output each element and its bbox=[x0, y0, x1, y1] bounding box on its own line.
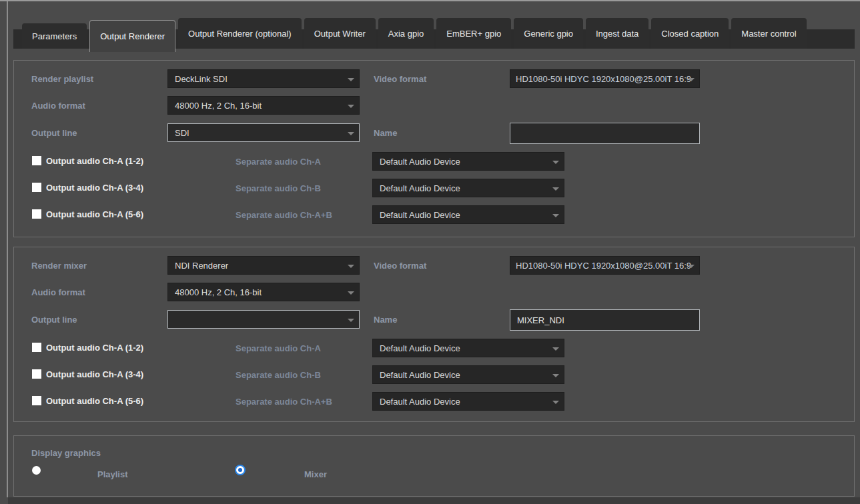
separate-audio-ch-b-value: Default Audio Device bbox=[380, 370, 460, 380]
playlist-radio-label: Playlist bbox=[97, 469, 128, 479]
render-mixer-value: NDI Renderer bbox=[175, 261, 228, 271]
render-playlist-dropdown[interactable]: DeckLink SDI bbox=[167, 69, 360, 88]
video-format-value: HD1080-50i HDYC 1920x1080@25.00iT 16:9 bbox=[516, 74, 691, 84]
separate-audio-ch-b-dropdown[interactable]: Default Audio Device bbox=[372, 365, 564, 384]
dropdown-arrow-icon bbox=[348, 78, 354, 81]
output-line-label: Output line bbox=[31, 128, 77, 138]
tab-ember-gpio[interactable]: EmBER+ gpio bbox=[436, 18, 511, 49]
output-audio-ch-a-3-4-label: Output audio Ch-A (3-4) bbox=[46, 183, 143, 193]
playlist-radio[interactable] bbox=[32, 466, 41, 475]
name-input[interactable] bbox=[510, 309, 700, 331]
separate-audio-ch-b-dropdown[interactable]: Default Audio Device bbox=[372, 179, 564, 197]
video-format-label: Video format bbox=[374, 74, 426, 84]
audio-format-dropdown[interactable]: 48000 Hz, 2 Ch, 16-bit bbox=[167, 96, 360, 115]
output-audio-ch-a-3-4-label: Output audio Ch-A (3-4) bbox=[46, 369, 143, 379]
separate-audio-ch-a-b-dropdown[interactable]: Default Audio Device bbox=[372, 392, 564, 411]
dropdown-arrow-icon bbox=[552, 347, 559, 351]
tab-output-renderer[interactable]: Output Renderer bbox=[89, 20, 175, 52]
name-input[interactable] bbox=[510, 123, 700, 144]
render-mixer-label: Render mixer bbox=[31, 261, 87, 271]
separate-audio-ch-a-b-dropdown[interactable]: Default Audio Device bbox=[372, 205, 564, 224]
output-line-dropdown[interactable]: SDI bbox=[167, 123, 360, 142]
output-audio-ch-a-5-6-checkbox[interactable] bbox=[32, 396, 41, 405]
render-playlist-label: Render playlist bbox=[31, 74, 93, 84]
dropdown-arrow-icon bbox=[348, 265, 354, 268]
output-line-dropdown[interactable] bbox=[167, 310, 360, 329]
separate-audio-ch-a-b-value: Default Audio Device bbox=[380, 210, 460, 220]
output-audio-ch-a-5-6-label: Output audio Ch-A (5-6) bbox=[46, 396, 143, 406]
tab-ingest-data[interactable]: Ingest data bbox=[586, 18, 649, 49]
separate-audio-ch-a-label: Separate audio Ch-A bbox=[236, 157, 321, 167]
tab-output-writer[interactable]: Output Writer bbox=[304, 18, 376, 49]
audio-format-value: 48000 Hz, 2 Ch, 16-bit bbox=[175, 101, 262, 111]
audio-format-label: Audio format bbox=[31, 287, 85, 297]
output-audio-ch-a-1-2-checkbox[interactable] bbox=[32, 343, 41, 352]
output-audio-ch-a-1-2-checkbox[interactable] bbox=[32, 156, 41, 165]
separate-audio-ch-a-label: Separate audio Ch-A bbox=[236, 343, 321, 353]
dropdown-arrow-icon bbox=[552, 374, 559, 377]
dropdown-arrow-icon bbox=[688, 265, 695, 268]
separate-audio-ch-a-b-label: Separate audio Ch-A+B bbox=[236, 397, 332, 407]
name-label: Name bbox=[374, 315, 397, 325]
tab-closed-caption[interactable]: Closed caption bbox=[651, 18, 729, 49]
tab-parameters[interactable]: Parameters bbox=[22, 23, 87, 49]
output-line-label: Output line bbox=[31, 315, 77, 325]
tab-output-renderer-optional[interactable]: Output Renderer (optional) bbox=[178, 18, 302, 49]
separate-audio-ch-b-label: Separate audio Ch-B bbox=[236, 183, 321, 193]
output-audio-ch-a-3-4-checkbox[interactable] bbox=[32, 183, 41, 192]
separate-audio-ch-a-b-value: Default Audio Device bbox=[380, 397, 460, 407]
separate-audio-ch-a-dropdown[interactable]: Default Audio Device bbox=[372, 152, 564, 171]
render-playlist-value: DeckLink SDI bbox=[175, 74, 228, 84]
dropdown-arrow-icon bbox=[348, 105, 354, 108]
mixer-radio[interactable] bbox=[235, 465, 246, 475]
audio-format-label: Audio format bbox=[31, 101, 85, 111]
video-format-label: Video format bbox=[374, 261, 426, 271]
display-graphics-label: Display graphics bbox=[31, 448, 101, 458]
video-format-value: HD1080-50i HDYC 1920x1080@25.00iT 16:9 bbox=[516, 261, 691, 271]
separate-audio-ch-b-label: Separate audio Ch-B bbox=[236, 370, 321, 380]
output-line-value: SDI bbox=[175, 128, 189, 138]
display-graphics-panel: Display graphics Playlist Mixer bbox=[13, 435, 855, 497]
output-audio-ch-a-5-6-checkbox[interactable] bbox=[32, 209, 41, 219]
separate-audio-ch-a-b-label: Separate audio Ch-A+B bbox=[236, 210, 332, 220]
audio-format-dropdown[interactable]: 48000 Hz, 2 Ch, 16-bit bbox=[167, 283, 360, 301]
audio-format-value: 48000 Hz, 2 Ch, 16-bit bbox=[175, 287, 262, 297]
video-format-dropdown[interactable]: HD1080-50i HDYC 1920x1080@25.00iT 16:9 bbox=[510, 256, 700, 275]
mixer-radio-label: Mixer bbox=[304, 469, 327, 479]
window-left-border bbox=[7, 1, 8, 497]
tab-bar: Parameters Output Renderer Output Render… bbox=[22, 18, 809, 52]
render-mixer-dropdown[interactable]: NDI Renderer bbox=[167, 256, 360, 275]
video-format-dropdown[interactable]: HD1080-50i HDYC 1920x1080@25.00iT 16:9 bbox=[510, 69, 700, 88]
output-audio-ch-a-3-4-checkbox[interactable] bbox=[32, 369, 41, 379]
output-audio-ch-a-1-2-label: Output audio Ch-A (1-2) bbox=[46, 343, 143, 353]
dropdown-arrow-icon bbox=[348, 132, 354, 135]
separate-audio-ch-a-dropdown[interactable]: Default Audio Device bbox=[372, 339, 564, 357]
separate-audio-ch-b-value: Default Audio Device bbox=[380, 183, 460, 193]
output-audio-ch-a-5-6-label: Output audio Ch-A (5-6) bbox=[46, 209, 143, 219]
output-audio-ch-a-1-2-label: Output audio Ch-A (1-2) bbox=[46, 156, 143, 166]
dropdown-arrow-icon bbox=[552, 214, 559, 217]
tab-master-control[interactable]: Master control bbox=[731, 18, 806, 49]
dropdown-arrow-icon bbox=[552, 187, 559, 191]
dropdown-arrow-icon bbox=[552, 401, 559, 404]
dropdown-arrow-icon bbox=[348, 291, 354, 295]
window-top-border bbox=[0, 0, 860, 1]
render-playlist-panel: Render playlist DeckLink SDI Video forma… bbox=[13, 60, 855, 237]
separate-audio-ch-a-value: Default Audio Device bbox=[380, 157, 460, 167]
separate-audio-ch-a-value: Default Audio Device bbox=[380, 343, 460, 353]
tab-axia-gpio[interactable]: Axia gpio bbox=[378, 18, 434, 49]
dropdown-arrow-icon bbox=[348, 319, 354, 322]
render-mixer-panel: Render mixer NDI Renderer Video format H… bbox=[13, 247, 855, 422]
name-label: Name bbox=[374, 128, 397, 138]
dropdown-arrow-icon bbox=[552, 161, 559, 164]
dropdown-arrow-icon bbox=[688, 78, 695, 81]
window-bottom-strip bbox=[8, 497, 860, 504]
tab-generic-gpio[interactable]: Generic gpio bbox=[514, 18, 583, 49]
